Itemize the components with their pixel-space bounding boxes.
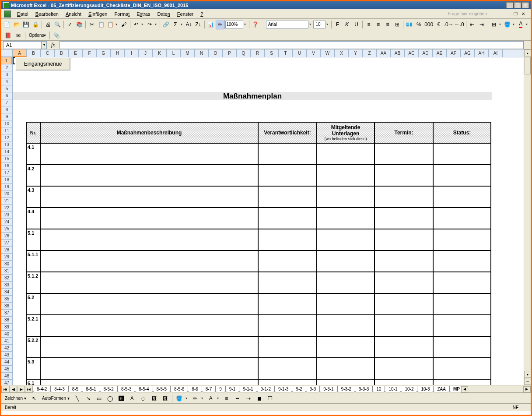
row-header-8[interactable]: 8 — [1, 106, 12, 113]
zeichnen-menu[interactable]: Zeichnen ▾ — [3, 396, 28, 401]
sheet-tab-8-4-3[interactable]: 8-4-3 — [50, 386, 68, 392]
row-header-9[interactable]: 9 — [1, 113, 12, 120]
column-header-AF[interactable]: AF — [447, 49, 461, 57]
table-cell[interactable] — [258, 186, 317, 208]
row-header-40[interactable]: 40 — [1, 331, 12, 338]
research-icon[interactable]: 📚 — [75, 20, 84, 29]
sheet-tab-9-3-1[interactable]: 9-3-1 — [319, 386, 337, 392]
column-header-R[interactable]: R — [251, 49, 265, 57]
hyperlink-icon[interactable]: 🔗 — [162, 20, 171, 29]
table-cell[interactable] — [40, 165, 258, 186]
table-cell[interactable] — [258, 358, 317, 379]
align-left-icon[interactable]: ≡ — [364, 20, 373, 29]
column-header-AI[interactable]: AI — [489, 49, 503, 57]
row-header-47[interactable]: 47 — [1, 380, 12, 385]
font-color-icon[interactable]: A — [517, 20, 525, 29]
line-style-icon[interactable]: ≡ — [222, 394, 231, 403]
menu-ansicht[interactable]: Ansicht — [62, 11, 85, 18]
paste-icon[interactable]: 📋 — [106, 20, 115, 29]
sheet-tab-8-5-3[interactable]: 8-5-3 — [117, 386, 135, 392]
row-header-19[interactable]: 19 — [1, 183, 12, 190]
nr-cell-lower[interactable] — [26, 215, 40, 229]
cut-icon[interactable]: ✂ — [88, 20, 96, 29]
row-header-17[interactable]: 17 — [1, 169, 12, 176]
menu-extras[interactable]: Extras — [133, 11, 154, 18]
increase-indent-icon[interactable]: ⇥ — [477, 20, 486, 29]
sheet-tab-MP[interactable]: MP — [449, 386, 461, 392]
table-cell[interactable] — [433, 186, 491, 208]
diagram-icon[interactable]: ⬯ — [138, 394, 148, 403]
table-cell[interactable] — [433, 336, 491, 358]
column-header-F[interactable]: F — [83, 49, 97, 57]
row-header-31[interactable]: 31 — [1, 268, 12, 275]
borders-icon[interactable]: ⊞ — [490, 20, 499, 29]
column-header-U[interactable]: U — [293, 49, 307, 57]
column-header-H[interactable]: H — [111, 49, 125, 57]
row-header-26[interactable]: 26 — [1, 233, 12, 240]
table-cell[interactable] — [433, 358, 491, 379]
column-header-G[interactable]: G — [97, 49, 111, 57]
table-cell[interactable] — [433, 315, 491, 336]
table-cell[interactable] — [433, 208, 491, 229]
permission-icon[interactable]: 🔒 — [32, 20, 40, 29]
table-cell[interactable] — [40, 143, 258, 165]
arrow-style-icon[interactable]: ⇢ — [244, 394, 253, 403]
nr-cell-lower[interactable] — [26, 258, 40, 272]
table-cell[interactable] — [317, 358, 374, 379]
table-cell[interactable] — [40, 315, 258, 336]
sheet-tab-9-1[interactable]: 9-1 — [225, 386, 239, 392]
nr-cell[interactable]: 4.2 — [26, 165, 40, 172]
table-cell[interactable] — [40, 186, 258, 208]
table-cell[interactable] — [40, 293, 258, 315]
table-cell[interactable] — [40, 208, 258, 229]
sheet-tab-9[interactable]: 9 — [215, 386, 226, 392]
doc-close-button[interactable]: ✕ — [520, 11, 526, 17]
oval-icon[interactable]: ◯ — [105, 394, 115, 403]
row-header-13[interactable]: 13 — [1, 141, 12, 148]
font-color-dropdown[interactable]: ▾ — [526, 22, 529, 26]
fx-label[interactable]: fx — [47, 42, 60, 48]
row-header-41[interactable]: 41 — [1, 338, 12, 345]
column-header-J[interactable]: J — [139, 49, 153, 57]
sheet-tab-9-2[interactable]: 9-2 — [292, 386, 306, 392]
column-header-Z[interactable]: Z — [363, 49, 377, 57]
table-cell[interactable] — [374, 208, 433, 229]
nr-cell-lower[interactable] — [26, 151, 40, 165]
table-cell[interactable] — [258, 208, 317, 229]
row-header-7[interactable]: 7 — [1, 99, 12, 106]
sheet-tab-8-5-1[interactable]: 8-5-1 — [82, 386, 100, 392]
cells-area[interactable]: Eingangsmenue Maßnahmenplan Nr. Maßnahme… — [13, 57, 531, 385]
row-header-10[interactable]: 10 — [1, 120, 12, 127]
sheet-tab-9-3-2[interactable]: 9-3-2 — [337, 386, 355, 392]
table-cell[interactable] — [374, 336, 433, 358]
fill-color-icon[interactable]: 🪣 — [503, 20, 512, 29]
row-header-28[interactable]: 28 — [1, 247, 12, 254]
italic-icon[interactable]: K — [343, 20, 351, 29]
menu-einfuegen[interactable]: Einfügen — [85, 11, 111, 18]
sheet-tab-9-1-3[interactable]: 9-1-3 — [274, 386, 292, 392]
nr-cell[interactable]: 5.1 — [26, 229, 40, 236]
menu-daten[interactable]: Daten — [154, 11, 173, 18]
autosum-dropdown[interactable]: ▾ — [181, 22, 184, 26]
nr-cell[interactable]: 5.1.2 — [26, 272, 40, 279]
eingangsmenue-button[interactable]: Eingangsmenue — [15, 57, 70, 71]
row-header-42[interactable]: 42 — [1, 345, 12, 352]
table-cell[interactable] — [317, 186, 374, 208]
nr-cell-lower[interactable] — [26, 194, 40, 208]
nr-cell[interactable]: 4.3 — [26, 186, 40, 194]
table-cell[interactable] — [374, 165, 433, 186]
decrease-indent-icon[interactable]: ⇤ — [468, 20, 477, 29]
table-cell[interactable] — [317, 272, 374, 293]
row-header-22[interactable]: 22 — [1, 204, 12, 212]
row-header-3[interactable]: 3 — [1, 71, 12, 78]
sheet-tab-8-4-2[interactable]: 8-4-2 — [33, 386, 51, 392]
column-header-Y[interactable]: Y — [349, 49, 363, 57]
column-header-Q[interactable]: Q — [237, 49, 251, 57]
nr-cell[interactable]: 5.3 — [26, 358, 40, 365]
row-header-32[interactable]: 32 — [1, 275, 12, 282]
row-header-29[interactable]: 29 — [1, 254, 12, 261]
table-cell[interactable] — [433, 272, 491, 293]
row-header-6[interactable]: 6 — [1, 92, 12, 99]
nr-cell-lower[interactable] — [26, 344, 40, 358]
row-header-45[interactable]: 45 — [1, 366, 12, 373]
